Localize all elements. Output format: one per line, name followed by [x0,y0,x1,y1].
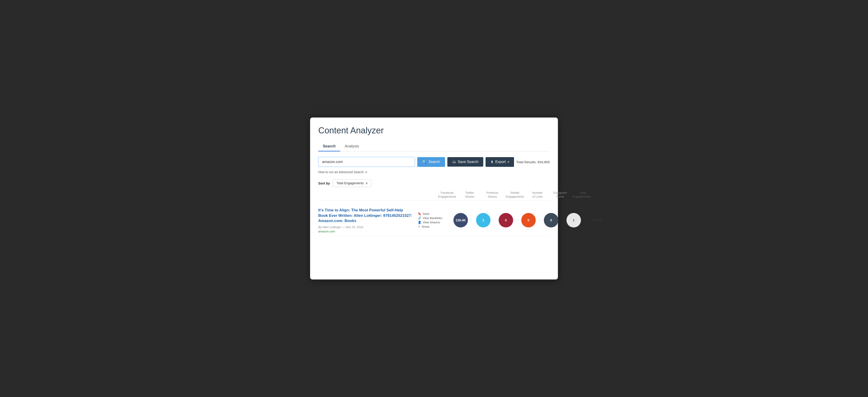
total-results: Total Results: 834,856 [516,160,550,164]
stat-links-circle: 0 [544,213,558,227]
stat-twitter-circle: 1 [476,213,491,227]
save-search-button[interactable]: 🗂 Save Search [447,157,484,166]
export-icon: ⬆ [491,160,493,164]
search-bar-row: 🔍 Search 🗂 Save Search ⬆ Export ▾ Total … [318,157,550,167]
page-title: Content Analyzer [318,126,550,135]
main-window: Content Analyzer Search Analysis 🔍 Searc… [310,117,558,280]
export-button[interactable]: ⬆ Export ▾ [486,157,514,167]
stat-facebook-circle: 128.4K [454,213,468,227]
stat-links: 0 [540,213,562,227]
sort-row: Sort by Total Engagements ∨ [318,179,550,187]
result-title[interactable]: It's Time to Align: The Most Powerful Se… [318,208,413,223]
stat-reddit-circle: 0 [521,213,536,227]
action-save[interactable]: 🔖 Save [418,212,450,215]
advanced-search-link[interactable]: How to run an Advanced Search ∨ [318,170,367,174]
result-author: By Allen Lottinger [318,225,341,229]
folder-icon: 🗂 [452,160,456,164]
stat-twitter: 1 [472,213,495,227]
action-share[interactable]: ↗ Share [418,225,450,228]
stat-evergreen-circle: 1 [566,213,581,227]
stat-pinterest-circle: 0 [499,213,513,227]
col-header-facebook: FacebookEngagements [436,191,458,199]
sort-label: Sort by [318,181,330,185]
bookmark-icon: 🔖 [418,212,421,215]
tab-bar: Search Analysis [318,142,550,151]
result-actions: 🔖 Save 🔗 View Backlinks 👤 View Sharers ↗… [418,212,450,228]
search-input[interactable] [318,157,415,167]
col-header-evergreen: EvergreenScore [549,191,571,199]
sort-dropdown[interactable]: Total Engagements ∨ [333,179,372,187]
chevron-down-icon: ∨ [366,181,368,185]
action-view-sharers[interactable]: 👤 View Sharers [418,221,450,224]
result-date-separator: — [342,225,346,229]
col-stats-headers: FacebookEngagements TwitterShares Pinter… [436,191,594,199]
stat-pinterest: 0 [495,213,517,227]
chevron-down-icon: ∨ [365,170,367,174]
action-view-backlinks[interactable]: 🔗 View Backlinks [418,216,450,220]
result-meta: By Allen Lottinger — Nov 23, 2018 [318,225,413,229]
table-row: It's Time to Align: The Most Powerful Se… [318,203,550,236]
col-header-links: Numberof Links [526,191,549,199]
person-icon: 👤 [418,221,421,224]
stat-facebook: 128.4K [450,213,472,227]
link-icon: 🔗 [418,216,421,220]
tab-search[interactable]: Search [318,142,340,151]
result-domain: amazon.com [318,230,413,233]
search-button[interactable]: 🔍 Search [417,157,445,167]
col-header-twitter: TwitterShares [458,191,481,199]
result-info: It's Time to Align: The Most Powerful Se… [318,208,418,233]
stat-evergreen: 1 [562,213,585,227]
chevron-down-icon: ▾ [508,160,509,163]
stat-total-value: 128.4K [590,218,602,222]
result-date: Nov 23, 2018 [346,225,363,229]
stat-total: 128.4K [585,218,608,222]
columns-header: FacebookEngagements TwitterShares Pinter… [318,191,550,201]
tab-analysis[interactable]: Analysis [340,142,364,151]
col-header-reddit: RedditEngagements [504,191,526,199]
col-header-total: TotalEngagements ↓ [571,191,594,199]
share-icon: ↗ [418,225,420,228]
search-icon: 🔍 [422,160,427,164]
stat-reddit: 0 [517,213,540,227]
col-header-pinterest: PinterestShares [481,191,504,199]
stat-cells: 128.4K 1 0 0 0 1 128.4K [450,213,608,227]
